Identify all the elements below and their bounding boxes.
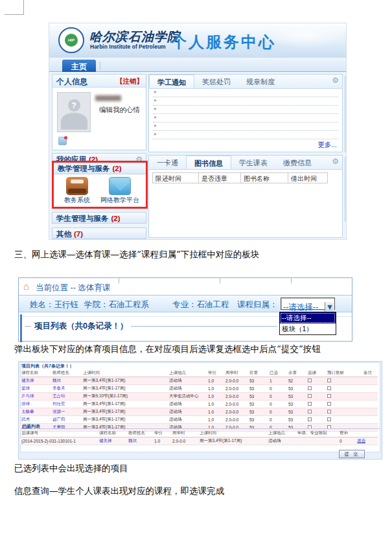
withdraw-link[interactable]: 退选: [357, 438, 365, 443]
bullet-icon: ▸: [154, 106, 157, 111]
bullet-icon: ▸: [154, 114, 157, 120]
teaching-section-highlight-box: 教学管理与服务(2) 教务系统 网络教学平台: [52, 161, 148, 209]
home-icon: ⌂: [23, 281, 29, 292]
column-header: 周学时: [171, 430, 198, 437]
table-row: 乒乓球王占印周一第9,10节(第1-17周)大学生活动中心1.02.0-0.05…: [20, 393, 378, 401]
checkbox[interactable]: [327, 379, 331, 382]
column-header: 上课地点: [168, 369, 207, 377]
user-name-redacted: [95, 95, 121, 101]
panel-edge: [20, 314, 22, 342]
column-header: 余量: [287, 369, 306, 377]
column-header: 学分: [207, 369, 224, 377]
checkbox[interactable]: [308, 402, 312, 406]
tab-notices[interactable]: 学工通知: [149, 75, 194, 88]
column-header: 课程名称: [98, 430, 127, 437]
selected-list-header: 已选列表: [20, 422, 380, 429]
selected-list-title: 已选列表: [22, 423, 40, 430]
school-logo-icon: HIP: [58, 27, 84, 53]
column-header: 借出时间: [288, 172, 328, 183]
checkbox[interactable]: [308, 379, 312, 382]
column-header: 周学时: [224, 369, 248, 377]
info-panel: 一卡通 图书信息 学生课表 缴费信息 ⚙ 限还时间是否违章图书名称借出时间: [148, 155, 343, 238]
column-header: 选课: [306, 369, 326, 377]
column-header: 选课课号: [20, 430, 98, 437]
breadcrumb: 当前位置 -- 选体育课: [36, 283, 110, 294]
column-header: 上课时间: [82, 369, 168, 377]
tab-separator: [100, 62, 100, 70]
edit-mood-link[interactable]: 编辑我的心情: [99, 106, 140, 115]
course-belong-select[interactable]: --请选择-- ▼: [281, 297, 335, 310]
section-teaching[interactable]: 教学管理与服务(2): [54, 163, 146, 174]
table-row: 太极拳张源一周一第3,4节(第1-17周)运动场1.02.0-0.053053: [20, 408, 378, 416]
checkbox[interactable]: [327, 402, 331, 406]
column-header: 是否违章: [198, 172, 241, 183]
notice-row[interactable]: ▸: [153, 114, 338, 122]
student-college: 学院：石油工程系: [84, 299, 149, 310]
portal-header: HIP 哈尔滨石油学院 Harbin Institute of Petroleu…: [49, 23, 347, 58]
column-header: 上课地点: [267, 430, 296, 437]
caption-step3: 三、网上选课—选体育课—选择“课程归属”下拉框中对应的板块: [14, 249, 381, 261]
site-title: 个人服务中心: [171, 32, 276, 52]
tab-schedule[interactable]: 学生课表: [231, 156, 275, 169]
bullet-icon: ▸: [154, 89, 157, 95]
document-page: { "captions": { "step3": "三、网上选课—选体育课—选择…: [0, 0, 392, 536]
wljx-app-icon[interactable]: [109, 177, 131, 195]
section-student[interactable]: 学生管理与服务(2): [52, 212, 146, 224]
project-table-screenshot: 项目列表（共7条记录！） 课程名称教师姓名上课时间上课地点学分周学时容量已选余量…: [18, 361, 382, 460]
mood-status-icon[interactable]: [58, 137, 67, 145]
selected-table: 选课课号课程名称教师姓名学分周学时上课时间上课地点年级、专业限制替补 (2014…: [20, 430, 378, 445]
gear-icon[interactable]: ⚙: [332, 157, 339, 166]
student-name: 姓名：王行钰: [30, 299, 78, 310]
more-link[interactable]: 更多...: [317, 141, 337, 150]
notice-row[interactable]: ▸: [153, 97, 338, 106]
submit-button[interactable]: 提 交: [339, 450, 365, 458]
app-jwxt[interactable]: 教务系统: [58, 177, 97, 205]
column-header: 年级、专业限制: [296, 430, 338, 437]
notice-tabs: 学工通知 奖惩处罚 规章制度 ⚙: [149, 75, 342, 89]
column-header: 教师姓名: [127, 430, 153, 437]
caption-selected: 已选列表中会出现选择的项目: [14, 463, 381, 474]
caption-done: 信息查询—学生个人课表出现对应的课程，即选课完成: [14, 485, 381, 497]
jwxt-app-icon[interactable]: [66, 177, 88, 195]
tab-onecard[interactable]: 一卡通: [149, 156, 186, 169]
caption-popup: 弹出板块下对应的体育项目信息，在对应项目后选课复选框选中后点“提交”按钮: [14, 344, 381, 355]
checkbox[interactable]: [308, 417, 312, 421]
checkbox[interactable]: [327, 386, 331, 390]
portal-body: 个人信息 【注销】 ? 编辑我的心情 我的应用(2) ⚙ 教学管理与服务(2): [49, 72, 347, 240]
bullet-icon: ▸: [154, 131, 157, 137]
table-row: 健美操魏欣周一第3,4节(第1-17周)运动场1.02.0-0.053152: [20, 377, 378, 385]
table-header-row: 选课课号课程名称教师姓名学分周学时上课时间上课地点年级、专业限制替补: [20, 430, 378, 437]
column-header: 课程名称: [20, 369, 51, 377]
notice-row[interactable]: ▸: [153, 106, 338, 114]
tab-payment[interactable]: 缴费信息: [275, 156, 319, 169]
portal-tabbar: 主页: [49, 58, 347, 72]
avatar: ?: [57, 92, 91, 132]
notice-row[interactable]: ▸: [153, 89, 338, 97]
notice-row[interactable]: ▸: [153, 131, 338, 139]
dropdown-option-block1[interactable]: 板块（1）: [280, 323, 336, 334]
student-info-bar: 姓名：王行钰 学院：石油工程系 专业：石油工程 课程归属： --请选择-- ▼: [19, 295, 352, 312]
gear-icon[interactable]: ⚙: [332, 76, 339, 85]
section-other[interactable]: 其他(7): [52, 227, 146, 239]
tab-books[interactable]: 图书信息: [186, 156, 231, 169]
table-header-row: 课程名称教师姓名上课时间上课地点学分周学时容量已选余量选课预订教材备注: [20, 369, 378, 377]
checkbox[interactable]: [308, 394, 312, 398]
profile-title: 个人信息: [56, 77, 87, 86]
checkbox[interactable]: [327, 394, 331, 398]
column-header: 限还时间: [152, 172, 199, 183]
column-header: 上课时间: [198, 430, 267, 437]
dropdown-option-please-select[interactable]: --请选择--: [280, 312, 336, 323]
tab-rules[interactable]: 规章制度: [238, 75, 282, 88]
app-wljx[interactable]: 网络教学平台: [100, 177, 139, 205]
cropped-panel-edge: [345, 76, 347, 152]
checkbox[interactable]: [327, 410, 331, 414]
notice-row[interactable]: ▸: [153, 122, 338, 131]
bullet-icon: ▸: [154, 122, 157, 128]
tab-home[interactable]: 主页: [62, 60, 96, 72]
checkbox[interactable]: [308, 386, 312, 390]
checkbox[interactable]: [327, 417, 331, 421]
tab-rewards[interactable]: 奖惩处罚: [194, 75, 238, 88]
checkbox[interactable]: [308, 410, 312, 414]
profile-panel-header: 个人信息 【注销】: [52, 75, 146, 87]
logout-link[interactable]: 【注销】: [116, 77, 143, 86]
